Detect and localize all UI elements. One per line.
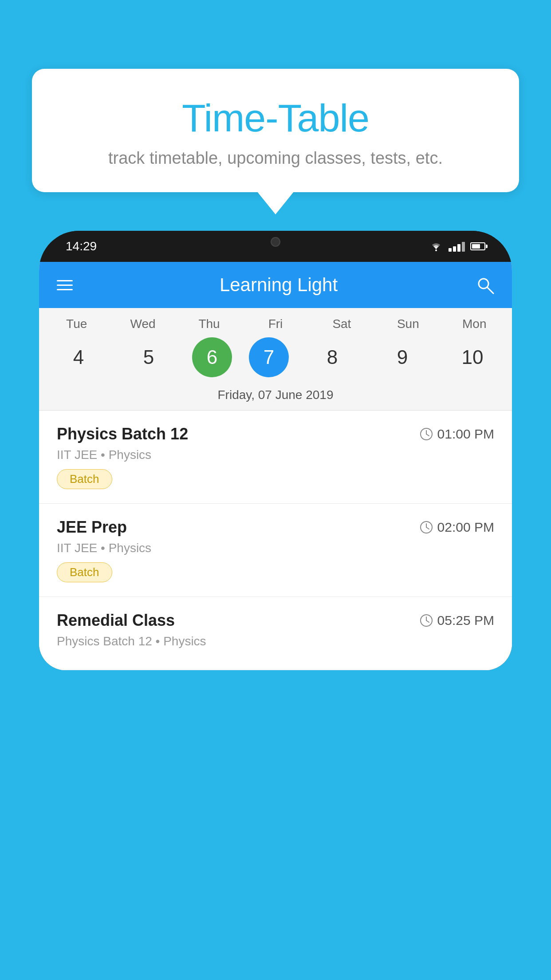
class-2-meta: IIT JEE • Physics [57, 541, 494, 555]
class-1-time-text: 01:00 PM [437, 427, 494, 442]
speech-bubble-card: Time-Table track timetable, upcoming cla… [32, 69, 519, 192]
phone-mockup: 14:29 [39, 231, 512, 980]
class-item-2-header: JEE Prep 02:00 PM [57, 518, 494, 537]
battery-icon [470, 242, 485, 250]
selected-date-label: Friday, 07 June 2019 [39, 383, 512, 411]
class-2-name: JEE Prep [57, 518, 127, 537]
day-header-thu: Thu [183, 317, 236, 331]
phone-notch [249, 231, 302, 253]
status-bar: 14:29 [39, 231, 512, 262]
day-header-wed: Wed [116, 317, 169, 331]
class-1-meta: IIT JEE • Physics [57, 448, 494, 462]
class-3-time-text: 05:25 PM [437, 613, 494, 628]
class-1-badge: Batch [57, 469, 112, 489]
clock-icon-3 [420, 614, 433, 627]
class-2-badge: Batch [57, 562, 112, 582]
signal-icon [449, 241, 465, 252]
svg-line-11 [426, 620, 429, 622]
day-5[interactable]: 5 [122, 337, 175, 377]
front-camera [271, 237, 280, 247]
class-item-2[interactable]: JEE Prep 02:00 PM IIT JEE • Physics Batc… [39, 504, 512, 597]
day-8[interactable]: 8 [306, 337, 359, 377]
app-screen: Learning Light Tue Wed Thu Fri Sat Sun M… [39, 262, 512, 670]
day-header-sat: Sat [315, 317, 368, 331]
day-headers: Tue Wed Thu Fri Sat Sun Mon [39, 317, 512, 331]
class-2-time: 02:00 PM [420, 520, 494, 535]
page-subtitle: track timetable, upcoming classes, tests… [67, 149, 484, 168]
day-10[interactable]: 10 [446, 337, 499, 377]
app-title: Learning Light [82, 274, 476, 296]
day-header-fri: Fri [249, 317, 302, 331]
svg-point-1 [479, 279, 488, 288]
class-1-time: 01:00 PM [420, 427, 494, 442]
clock-icon-2 [420, 521, 433, 534]
day-4[interactable]: 4 [52, 337, 105, 377]
search-icon[interactable] [476, 276, 494, 294]
class-2-time-text: 02:00 PM [437, 520, 494, 535]
svg-line-2 [488, 288, 493, 293]
class-item-3[interactable]: Remedial Class 05:25 PM Physics Batch 12… [39, 597, 512, 670]
day-header-tue: Tue [50, 317, 103, 331]
wifi-icon [429, 241, 443, 252]
class-item-1[interactable]: Physics Batch 12 01:00 PM IIT JEE • Phys… [39, 411, 512, 504]
calendar-strip: Tue Wed Thu Fri Sat Sun Mon 4 5 6 7 8 9 … [39, 308, 512, 411]
day-9[interactable]: 9 [376, 337, 429, 377]
day-7-selected[interactable]: 7 [249, 337, 289, 377]
speech-bubble-section: Time-Table track timetable, upcoming cla… [32, 69, 519, 214]
phone-frame: 14:29 [39, 231, 512, 670]
class-3-meta: Physics Batch 12 • Physics [57, 634, 494, 648]
speech-bubble-arrow [257, 191, 294, 214]
svg-line-5 [426, 434, 429, 436]
status-time: 14:29 [66, 239, 97, 253]
class-1-name: Physics Batch 12 [57, 425, 188, 443]
menu-button[interactable] [57, 280, 73, 290]
svg-point-0 [435, 249, 437, 251]
page-title: Time-Table [67, 95, 484, 141]
day-6-today[interactable]: 6 [192, 337, 232, 377]
class-item-1-header: Physics Batch 12 01:00 PM [57, 425, 494, 443]
day-header-sun: Sun [382, 317, 435, 331]
day-numbers: 4 5 6 7 8 9 10 [39, 337, 512, 377]
class-3-time: 05:25 PM [420, 613, 494, 628]
svg-line-8 [426, 527, 429, 529]
day-header-mon: Mon [448, 317, 501, 331]
clock-icon-1 [420, 427, 433, 441]
app-header: Learning Light [39, 262, 512, 308]
class-item-3-header: Remedial Class 05:25 PM [57, 611, 494, 630]
class-3-name: Remedial Class [57, 611, 175, 630]
status-icons [429, 241, 485, 252]
